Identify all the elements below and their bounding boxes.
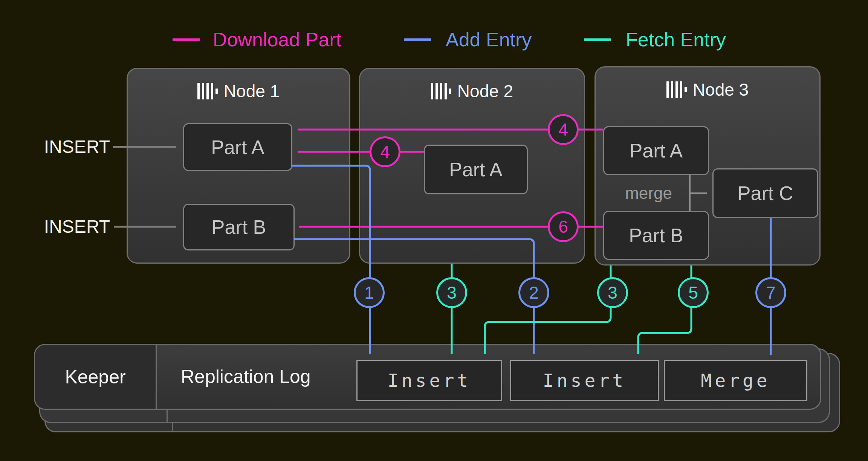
add-entry-line-2 [294,239,534,354]
replication-log-label: Replication Log [181,367,311,386]
badge-value: 5 [688,282,698,303]
legend-item-fetch-entry: Fetch Entry [626,29,726,50]
badge-value: 4 [380,142,390,162]
fetch-entry-line-5 [638,266,691,354]
step-badge-add-7: 7 [755,277,786,308]
step-badge-fetch-3-node3: 3 [597,277,628,308]
step-badge-add-2: 2 [518,277,549,308]
add-entry-line-1 [292,166,370,354]
badge-value: 4 [558,119,568,140]
badge-value: 6 [558,217,568,237]
badge-value: 7 [766,282,776,303]
badge-value: 3 [447,282,457,303]
legend-item-download-part: Download Part [213,29,341,50]
step-badge-download-6: 6 [548,211,579,242]
log-entry-merge: Merge [664,360,807,401]
badge-value: 3 [608,282,617,303]
badge-value: 2 [529,282,539,303]
step-badge-fetch-3-node2: 3 [436,277,467,308]
step-badge-add-1: 1 [354,277,385,308]
badge-value: 1 [364,282,374,303]
insert-label-part-a: INSERT [15,137,110,157]
log-entry-insert-1: Insert [356,360,502,401]
log-entry-insert-2: Insert [510,360,659,401]
fetch-entry-line-3-node3 [485,266,611,354]
replication-diagram: Download Part Add Entry Fetch Entry INSE… [0,0,868,461]
step-badge-fetch-5: 5 [678,277,709,308]
legend-item-add-entry: Add Entry [446,29,532,50]
step-badge-download-4-mid: 4 [370,136,400,167]
insert-label-part-b: INSERT [15,217,110,237]
step-badge-download-4-top: 4 [548,114,579,145]
